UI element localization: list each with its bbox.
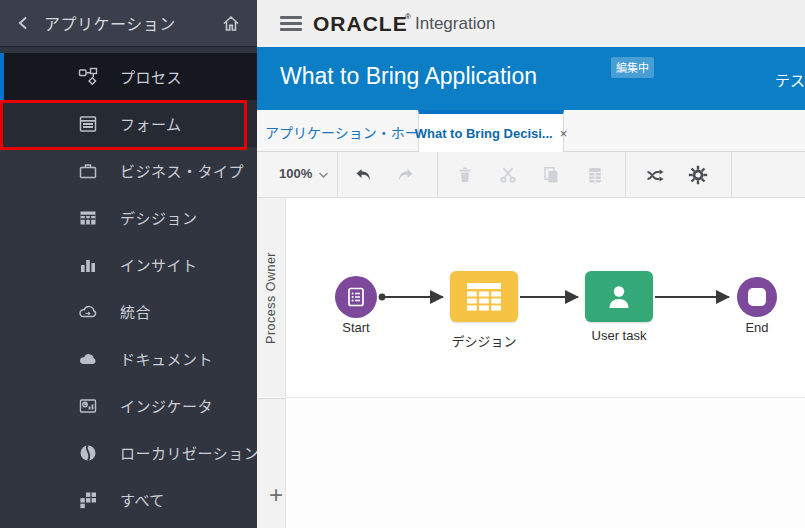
sidebar-menu: プロセス フォーム ビジネス・タイプ xyxy=(0,53,257,523)
decision-shape xyxy=(450,271,518,322)
table-icon xyxy=(467,283,501,311)
page-title: What to Bring Application xyxy=(280,63,537,90)
product-name: Integration xyxy=(415,14,495,34)
close-icon[interactable]: × xyxy=(560,126,568,141)
tab-what-to-bring-decision[interactable]: What to Bring Decisi... × xyxy=(418,110,564,152)
node-label: Start xyxy=(326,320,386,335)
node-end[interactable]: End xyxy=(737,277,777,317)
tab-label: What to Bring Decisi... xyxy=(415,126,553,141)
sidebar-item-label: デシジョン xyxy=(120,207,198,228)
end-event-shape xyxy=(737,277,777,317)
back-icon[interactable] xyxy=(16,15,32,31)
paste-button[interactable] xyxy=(585,165,605,185)
delete-button[interactable] xyxy=(455,165,475,185)
sidebar-item-label: ドキュメント xyxy=(120,348,213,369)
form-icon xyxy=(78,114,98,134)
sidebar: アプリケーション プロセス xyxy=(0,0,257,528)
sidebar-item-indicators[interactable]: インジケータ xyxy=(0,382,257,429)
grid-all-icon xyxy=(78,490,98,510)
home-icon[interactable] xyxy=(221,13,241,33)
sidebar-header: アプリケーション xyxy=(0,0,257,47)
sidebar-item-label: プロセス xyxy=(120,66,182,87)
sidebar-item-label: インサイト xyxy=(120,254,198,275)
zoom-dropdown[interactable]: 100% xyxy=(279,166,328,181)
sidebar-title: アプリケーション xyxy=(44,11,176,35)
person-icon xyxy=(603,281,635,313)
application-window: アプリケーション プロセス xyxy=(0,0,805,528)
node-user-task[interactable]: User task xyxy=(585,271,653,322)
settings-gear-button[interactable] xyxy=(688,165,708,185)
oracle-logo: ORACLE xyxy=(313,12,408,36)
tab-application-home[interactable]: アプリケーション・ホーム xyxy=(265,122,432,142)
registered-mark: ® xyxy=(405,12,411,21)
localization-icon xyxy=(78,443,98,463)
form-list-icon xyxy=(345,286,367,308)
node-decision[interactable]: デシジョン xyxy=(450,271,518,322)
sidebar-item-label: すべて xyxy=(120,489,165,510)
sidebar-item-all[interactable]: すべて xyxy=(0,476,257,523)
node-label: End xyxy=(727,320,787,335)
start-event-shape xyxy=(335,276,377,318)
process-canvas[interactable]: Process Owner + xyxy=(257,198,805,528)
topbar: ORACLE ® Integration xyxy=(257,0,805,47)
editing-status-badge: 編集中 xyxy=(611,57,654,78)
undo-button[interactable] xyxy=(353,165,373,185)
node-label: User task xyxy=(579,328,659,343)
sidebar-item-insight[interactable]: インサイト xyxy=(0,241,257,288)
cloud-icon xyxy=(78,349,98,369)
user-task-shape xyxy=(585,271,653,322)
menu-icon[interactable] xyxy=(280,16,302,31)
process-flow-icon xyxy=(78,67,98,87)
toolbar-separator xyxy=(731,152,732,197)
redo-button[interactable] xyxy=(396,165,416,185)
sidebar-item-label: 統合 xyxy=(120,301,151,322)
swimlane-label: Process Owner xyxy=(264,252,278,344)
main-area: ORACLE ® Integration What to Bring Appli… xyxy=(257,0,805,528)
test-button[interactable]: テスト xyxy=(775,69,805,90)
bar-chart-icon xyxy=(78,255,98,275)
toolbar-separator xyxy=(437,152,438,197)
node-start[interactable]: Start xyxy=(335,276,377,318)
square-icon xyxy=(748,288,766,306)
briefcase-icon xyxy=(78,161,98,181)
sidebar-item-label: ローカリゼーション xyxy=(120,442,259,463)
sidebar-item-business-types[interactable]: ビジネス・タイプ xyxy=(0,147,257,194)
cut-button[interactable] xyxy=(498,165,518,185)
decision-table-icon xyxy=(78,208,98,228)
editor-toolbar: 100% xyxy=(257,152,805,198)
sidebar-item-label: インジケータ xyxy=(120,395,213,416)
cloud-sync-icon xyxy=(78,302,98,322)
swimlane-header[interactable]: Process Owner xyxy=(257,198,286,397)
tab-bar: アプリケーション・ホーム What to Bring Decisi... × xyxy=(257,110,805,152)
reroute-button[interactable] xyxy=(645,165,665,185)
lane-divider xyxy=(286,397,805,398)
sidebar-item-label: ビジネス・タイプ xyxy=(120,160,244,181)
zoom-value: 100% xyxy=(279,166,312,181)
sidebar-item-integrations[interactable]: 統合 xyxy=(0,288,257,335)
node-label: デシジョン xyxy=(444,331,524,350)
canvas-lower-area xyxy=(287,398,805,528)
sidebar-item-label: フォーム xyxy=(120,113,182,134)
toolbar-separator xyxy=(337,152,338,197)
add-lane-button[interactable]: + xyxy=(263,481,289,509)
copy-button[interactable] xyxy=(541,165,561,185)
banner: What to Bring Application 編集中 テスト xyxy=(257,47,805,110)
indicator-chart-icon xyxy=(78,396,98,416)
sidebar-item-process[interactable]: プロセス xyxy=(0,53,257,100)
sidebar-item-localization[interactable]: ローカリゼーション xyxy=(0,429,257,476)
sidebar-item-documents[interactable]: ドキュメント xyxy=(0,335,257,382)
sidebar-item-forms[interactable]: フォーム xyxy=(0,100,257,147)
chevron-down-icon xyxy=(319,166,328,181)
sidebar-item-decisions[interactable]: デシジョン xyxy=(0,194,257,241)
toolbar-separator xyxy=(625,152,626,197)
